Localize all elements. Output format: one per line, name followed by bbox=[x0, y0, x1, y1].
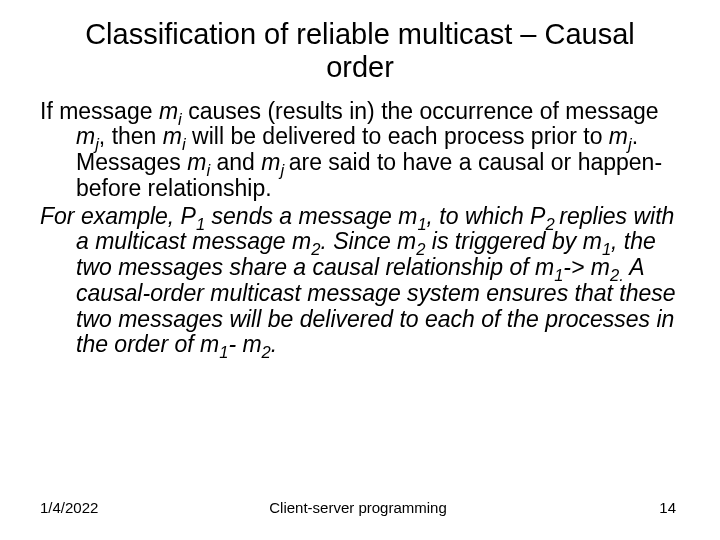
text-italic: sends a message m bbox=[205, 203, 417, 229]
m: m bbox=[261, 149, 280, 175]
text: causes (results in) the occurrence of me… bbox=[182, 98, 659, 124]
text-italic: . Since m bbox=[320, 228, 416, 254]
m: m bbox=[163, 123, 182, 149]
text-italic: is triggered by m bbox=[425, 228, 601, 254]
text-italic: - m bbox=[228, 331, 261, 357]
sub-j: j bbox=[280, 161, 288, 180]
text-italic: -> m bbox=[563, 254, 610, 280]
text-italic: , to which P bbox=[427, 203, 546, 229]
text-italic: For example, P bbox=[40, 203, 196, 229]
text: If message bbox=[40, 98, 159, 124]
slide-footer: 1/4/2022 Client-server programming 14 bbox=[40, 499, 676, 516]
paragraph-definition: If message mi causes (results in) the oc… bbox=[40, 99, 680, 202]
footer-title: Client-server programming bbox=[40, 499, 676, 516]
slide: Classification of reliable multicast – C… bbox=[0, 0, 720, 540]
var-mj: mj bbox=[261, 149, 288, 175]
var-mi: mi bbox=[187, 149, 210, 175]
text: will be delivered to each process prior … bbox=[186, 123, 609, 149]
text: , then bbox=[99, 123, 163, 149]
text: and bbox=[210, 149, 261, 175]
var-mi: mi bbox=[163, 123, 186, 149]
var-mj: mj bbox=[76, 123, 99, 149]
m: m bbox=[609, 123, 628, 149]
text-italic: . bbox=[271, 331, 277, 357]
slide-body: If message mi causes (results in) the oc… bbox=[40, 99, 680, 359]
paragraph-example: For example, P1 sends a message m1, to w… bbox=[40, 204, 680, 359]
var-mi: mi bbox=[159, 98, 182, 124]
sub-1: 1 bbox=[219, 343, 228, 362]
m: m bbox=[76, 123, 95, 149]
sub-2: 2 bbox=[262, 343, 271, 362]
slide-title: Classification of reliable multicast – C… bbox=[50, 18, 670, 85]
m: m bbox=[187, 149, 206, 175]
m: m bbox=[159, 98, 178, 124]
var-mj: mj bbox=[609, 123, 632, 149]
